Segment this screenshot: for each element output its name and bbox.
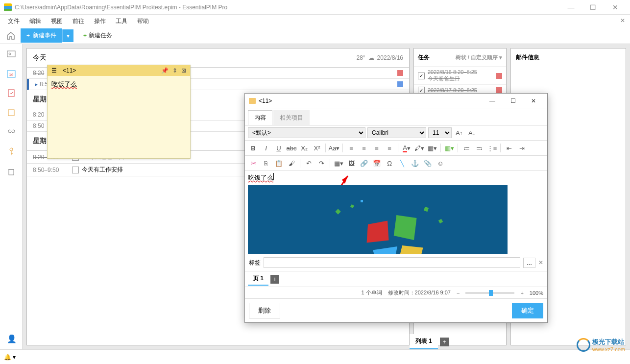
anchor-icon[interactable]: ⚓ — [410, 158, 420, 169]
tags-more-button[interactable]: ... — [523, 258, 535, 268]
editor-maximize[interactable]: ☐ — [503, 95, 523, 107]
tags-input[interactable] — [264, 257, 520, 268]
minimize-button[interactable]: — — [560, 0, 582, 15]
sidebar-password-icon[interactable] — [5, 146, 17, 158]
tags-clear-icon[interactable]: ✕ — [538, 259, 543, 266]
maximize-button[interactable]: ☐ — [582, 0, 604, 15]
task-item[interactable]: ✓ 2022/8/16 8:20–8:25 今天爸爸生日 — [414, 67, 506, 85]
align-right-icon[interactable]: ≡ — [371, 143, 382, 153]
editor-minimize[interactable]: — — [483, 95, 502, 107]
sticky-body[interactable]: 吃饭了么 — [48, 76, 190, 93]
menu-view[interactable]: 视图 — [46, 15, 68, 27]
menubar-close[interactable]: ✕ — [617, 16, 628, 25]
task-checkbox[interactable] — [72, 167, 79, 173]
paste-icon[interactable]: 📋 — [273, 158, 284, 169]
zoom-in[interactable]: + — [520, 290, 523, 296]
svg-rect-0 — [7, 51, 15, 57]
new-event-button[interactable]: +新建事件 — [21, 28, 62, 43]
home-button[interactable] — [3, 28, 19, 44]
font-color-icon[interactable]: A▾ — [401, 143, 412, 153]
attach-icon[interactable]: 📎 — [422, 158, 433, 169]
outdent-icon[interactable]: ⇤ — [504, 143, 514, 153]
task-checkbox[interactable]: ✓ — [418, 87, 425, 94]
sticky-header[interactable]: ☰ <11> 📌 ⇕ ⊠ — [48, 65, 190, 76]
notification-icon[interactable]: 🔔 ▾ — [4, 354, 16, 361]
zoom-out[interactable]: − — [457, 290, 460, 296]
style-select[interactable]: <默认> — [248, 127, 365, 138]
symbol-icon[interactable]: Ω — [384, 158, 395, 169]
superscript-icon[interactable]: X² — [312, 143, 322, 153]
fill-icon[interactable]: ▦▾ — [427, 143, 437, 153]
link-icon[interactable]: 🔗 — [359, 158, 369, 169]
strike-icon[interactable]: abc — [286, 143, 297, 153]
menu-help[interactable]: 帮助 — [132, 15, 154, 27]
delete-button[interactable]: 删除 — [249, 303, 280, 318]
menu-tools[interactable]: 工具 — [111, 15, 132, 27]
table-icon[interactable]: ▦▾ — [333, 158, 344, 169]
window-controls: — ☐ ✕ — [560, 0, 626, 15]
italic-icon[interactable]: I — [261, 143, 271, 153]
size-select[interactable]: 11 — [428, 127, 452, 138]
add-page-button[interactable]: + — [270, 275, 279, 284]
format-painter-icon[interactable]: 🖌 — [286, 158, 297, 169]
list-multi-icon[interactable]: ⋮≡ — [486, 143, 497, 153]
sidebar-calendar-icon[interactable]: 16 — [5, 68, 17, 79]
editor-titlebar[interactable]: <11> — ☐ ✕ — [245, 94, 547, 108]
font-shrink-icon[interactable]: A↓ — [466, 127, 477, 138]
tab-related[interactable]: 相关项目 — [273, 110, 310, 125]
sidebar-trash-icon[interactable] — [5, 166, 17, 177]
menu-action[interactable]: 操作 — [89, 15, 111, 27]
redo-icon[interactable]: ↷ — [316, 158, 327, 169]
sidebar-people-icon[interactable] — [5, 126, 17, 138]
font-grow-icon[interactable]: A↑ — [454, 127, 464, 138]
close-button[interactable]: ✕ — [604, 0, 626, 15]
list-tab[interactable]: 列表 1 — [410, 334, 438, 349]
editor-close[interactable]: ✕ — [524, 95, 543, 107]
menu-edit[interactable]: 编辑 — [24, 15, 46, 27]
underline-icon[interactable]: U — [273, 143, 284, 153]
bottom-tabs: 列表 1 + — [410, 334, 449, 349]
sidebar-todo-icon[interactable] — [5, 87, 17, 99]
tasks-sort-label[interactable]: 树状 / 自定义顺序 ▾ — [456, 54, 502, 61]
new-event-dropdown[interactable]: ▾ — [62, 29, 73, 42]
emoji-icon[interactable]: ☺ — [435, 158, 446, 169]
align-center-icon[interactable]: ≡ — [359, 143, 369, 153]
add-list-button[interactable]: + — [440, 338, 449, 346]
task-checkbox[interactable]: ✓ — [418, 73, 425, 79]
cut-icon[interactable]: ✂ — [248, 158, 259, 169]
sidebar-notes-icon[interactable] — [5, 107, 17, 119]
line-icon[interactable]: ╲ — [397, 158, 408, 169]
sticky-note[interactable]: ☰ <11> 📌 ⇕ ⊠ 吃饭了么 — [47, 65, 191, 159]
pin-icon[interactable]: 📌 — [161, 67, 169, 74]
align-justify-icon[interactable]: ≡ — [384, 143, 395, 153]
sticky-menu-icon[interactable]: ☰ — [51, 67, 57, 74]
list-bullet-icon[interactable]: ≔ — [461, 143, 472, 153]
indent-icon[interactable]: ⇥ — [516, 143, 527, 153]
zoom-slider[interactable] — [465, 292, 514, 294]
tab-content[interactable]: 内容 — [248, 110, 272, 125]
resize-icon[interactable]: ⇕ — [172, 67, 177, 74]
close-icon[interactable]: ⊠ — [181, 67, 186, 74]
highlight-icon[interactable]: 🖍▾ — [414, 143, 425, 153]
date-icon[interactable]: 📅 — [371, 158, 382, 169]
user-icon[interactable]: 👤 — [7, 334, 17, 343]
svg-point-6 — [8, 130, 11, 133]
copy-icon[interactable]: ⎘ — [261, 158, 271, 169]
font-select[interactable]: Calibri — [367, 127, 426, 138]
list-number-icon[interactable]: ≕ — [474, 143, 485, 153]
menu-goto[interactable]: 前往 — [68, 15, 89, 27]
bold-icon[interactable]: B — [248, 143, 259, 153]
insert-icon[interactable]: ▥▾ — [444, 143, 455, 153]
title-path: C:\Users\admin\AppData\Roaming\Essential… — [15, 4, 227, 11]
ok-button[interactable]: 确定 — [512, 303, 543, 318]
align-left-icon[interactable]: ≡ — [346, 143, 357, 153]
undo-icon[interactable]: ↶ — [303, 158, 314, 169]
new-task-button[interactable]: +新建任务 — [77, 28, 118, 43]
case-icon[interactable]: Aa▾ — [329, 143, 339, 153]
sidebar-contacts-icon[interactable] — [5, 48, 17, 60]
menu-file[interactable]: 文件 — [3, 15, 24, 27]
page-tab[interactable]: 页 1 — [248, 272, 268, 286]
editor-content[interactable]: 吃饭了么 — [245, 171, 547, 254]
image-icon[interactable]: 🖼 — [346, 158, 357, 169]
subscript-icon[interactable]: X₂ — [299, 143, 310, 153]
